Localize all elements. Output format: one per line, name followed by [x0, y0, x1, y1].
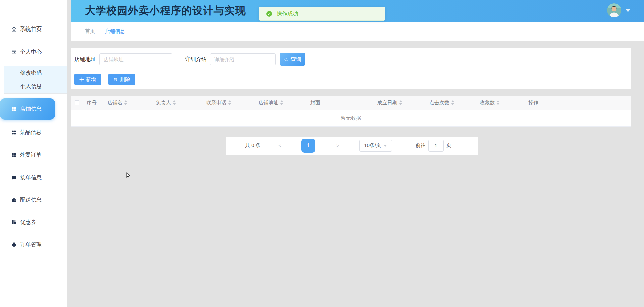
column-header-clicks: 点击次数 — [426, 100, 476, 106]
sidebar-item-system-home[interactable]: 系统首页 — [0, 24, 67, 34]
sidebar-item-delivery-info[interactable]: 配送信息 — [0, 195, 67, 205]
sidebar-item-change-password[interactable]: 修改密码 — [4, 66, 67, 80]
grid-icon — [11, 130, 17, 135]
coupon-icon — [11, 219, 17, 225]
select-all-checkbox[interactable] — [75, 100, 79, 105]
sidebar-item-label: 菜品信息 — [20, 129, 41, 136]
sidebar-item-coupons[interactable]: 优惠券 — [0, 217, 67, 227]
pagination-total: 共 0 条 — [245, 142, 261, 149]
success-check-icon — [266, 11, 272, 17]
shop-address-input[interactable] — [99, 53, 172, 65]
column-header-index: 序号 — [83, 100, 104, 106]
column-header-cover: 封面 — [307, 100, 374, 106]
column-header-manager: 负责人 — [153, 100, 203, 106]
table-header-row: 序号 店铺名 负责人 联系电话 店铺地址 封面 成立日期 点击次数 收藏数 操作 — [71, 96, 631, 110]
goto-unit-label: 页 — [446, 142, 451, 149]
sidebar-item-label: 店铺信息 — [20, 106, 42, 113]
goto-label: 前往 — [416, 142, 426, 149]
sort-caret[interactable] — [496, 100, 500, 105]
prev-page-button[interactable]: < — [277, 143, 283, 148]
next-page-button[interactable]: > — [335, 143, 341, 148]
search-panel: 店铺地址 详细介绍 查询 新增 删除 — [71, 48, 631, 89]
avatar[interactable] — [607, 3, 621, 17]
column-header-favorites: 收藏数 — [476, 100, 525, 106]
sidebar-item-label: 优惠券 — [20, 219, 36, 226]
pagination: 共 0 条 < 1 > 10条/页 前往 页 — [226, 137, 478, 155]
search-icon — [284, 57, 289, 62]
column-header-address: 店铺地址 — [255, 100, 307, 106]
page-size-select[interactable]: 10条/页 — [359, 140, 392, 152]
shop-table: 序号 店铺名 负责人 联系电话 店铺地址 封面 成立日期 点击次数 收藏数 操作… — [71, 96, 631, 127]
sidebar-item-label: 订单管理 — [20, 241, 42, 248]
query-button[interactable]: 查询 — [280, 53, 305, 66]
add-button[interactable]: 新增 — [74, 74, 101, 85]
query-button-label: 查询 — [290, 56, 301, 63]
table-empty-state: 暂无数据 — [71, 110, 631, 127]
trash-icon — [113, 77, 118, 82]
chat-icon — [11, 175, 17, 181]
sidebar-item-label: 个人信息 — [20, 83, 42, 90]
avatar-photo — [607, 3, 621, 17]
breadcrumb-home[interactable]: 首页 — [85, 28, 95, 35]
sort-caret[interactable] — [399, 100, 402, 105]
chevron-down-icon — [384, 145, 387, 147]
intro-label: 详细介绍 — [185, 56, 207, 63]
shop-address-label: 店铺地址 — [74, 56, 96, 63]
sidebar-item-dish-info[interactable]: 菜品信息 — [0, 127, 67, 137]
toast-message: 操作成功 — [277, 10, 298, 17]
page-size-value: 10条/页 — [364, 142, 381, 149]
sidebar-item-takeout-orders[interactable]: 外卖订单 — [0, 150, 67, 160]
mouse-cursor — [125, 172, 132, 180]
sidebar-item-personal-info[interactable]: 个人信息 — [4, 80, 67, 93]
breadcrumb: 首页 店铺信息 — [71, 22, 644, 41]
goto-page-input[interactable] — [428, 140, 444, 152]
page-title: 大学校园外卖小程序的设计与实现 — [85, 0, 246, 21]
plus-icon — [79, 77, 84, 82]
sort-caret[interactable] — [280, 100, 283, 105]
briefcase-icon — [11, 197, 17, 203]
sidebar-item-label: 系统首页 — [20, 26, 42, 33]
sidebar-item-personal-center[interactable]: 个人中心 — [0, 47, 67, 57]
column-header-actions: 操作 — [525, 100, 631, 106]
add-button-label: 新增 — [86, 76, 96, 83]
sidebar-item-shop-info-active[interactable]: 店铺信息 — [0, 98, 55, 120]
sort-caret[interactable] — [173, 100, 176, 105]
intro-input[interactable] — [210, 53, 276, 65]
column-header-shop-name: 店铺名 — [104, 100, 153, 106]
success-toast: 操作成功 — [259, 7, 385, 21]
printer-icon — [11, 242, 17, 248]
workspace-icon — [11, 49, 17, 55]
grid-icon — [11, 152, 17, 158]
sidebar-item-order-taking-info[interactable]: 接单信息 — [0, 173, 67, 183]
sort-caret[interactable] — [451, 100, 454, 105]
sidebar-item-label: 外卖订单 — [20, 151, 41, 159]
breadcrumb-current[interactable]: 店铺信息 — [105, 28, 125, 35]
sort-caret[interactable] — [124, 100, 127, 105]
column-header-phone: 联系电话 — [203, 100, 255, 106]
sort-caret[interactable] — [228, 100, 231, 105]
delete-button-label: 删除 — [120, 76, 130, 83]
sidebar-item-label: 修改密码 — [20, 70, 42, 77]
chevron-down-icon[interactable] — [626, 9, 630, 12]
sidebar-item-label: 配送信息 — [20, 197, 42, 204]
personal-center-submenu: 修改密码 个人信息 — [4, 66, 67, 94]
grid-icon — [11, 106, 17, 112]
delete-button[interactable]: 删除 — [108, 74, 135, 85]
home-icon — [11, 26, 17, 32]
sidebar: 系统首页 个人中心 修改密码 个人信息 店铺信息 菜品信息 外卖订单 接单信息 … — [0, 0, 67, 307]
sidebar-item-label: 接单信息 — [20, 174, 42, 181]
sidebar-item-label: 个人中心 — [20, 49, 42, 56]
sidebar-item-order-management[interactable]: 订单管理 — [0, 240, 67, 250]
current-page-button[interactable]: 1 — [301, 139, 315, 153]
column-header-founded-date: 成立日期 — [374, 100, 426, 106]
